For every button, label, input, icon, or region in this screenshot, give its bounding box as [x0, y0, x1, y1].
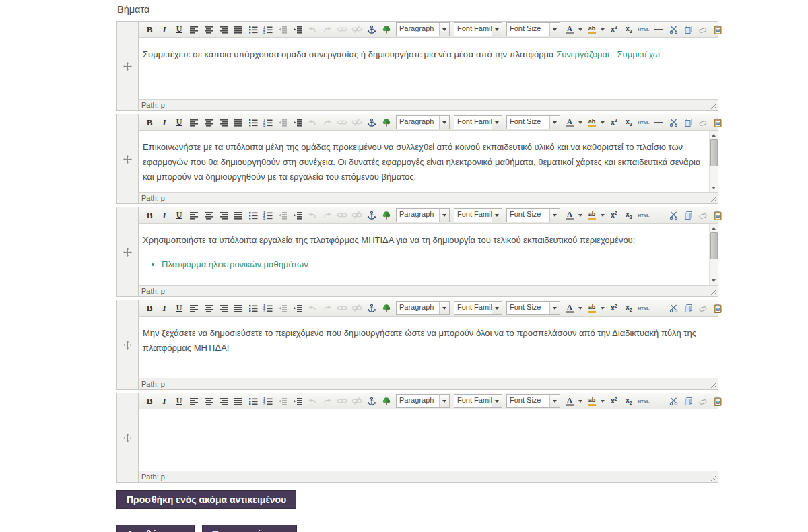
- scroll-up-icon[interactable]: [710, 224, 718, 232]
- paragraph-select[interactable]: Paragraph: [396, 208, 450, 222]
- chevron-down-icon[interactable]: [599, 23, 605, 36]
- chevron-down-icon[interactable]: [577, 23, 583, 36]
- html-icon[interactable]: HTML: [637, 209, 650, 222]
- indent-icon[interactable]: [291, 209, 304, 222]
- paste-word-icon[interactable]: W: [711, 209, 725, 222]
- align-left-icon[interactable]: [187, 302, 201, 315]
- subscript-icon[interactable]: x2: [622, 23, 636, 36]
- chevron-down-icon[interactable]: [492, 116, 502, 129]
- horizontal-rule-icon[interactable]: [652, 23, 665, 36]
- chevron-down-icon[interactable]: [599, 116, 605, 129]
- bold-icon[interactable]: B: [143, 209, 156, 222]
- chevron-down-icon[interactable]: [492, 209, 502, 222]
- align-left-icon[interactable]: [187, 209, 201, 222]
- subscript-icon[interactable]: x2: [622, 395, 636, 408]
- horizontal-rule-icon[interactable]: [652, 395, 665, 408]
- drag-handle[interactable]: [117, 207, 139, 296]
- image-icon[interactable]: [380, 209, 393, 222]
- html-icon[interactable]: HTML: [637, 116, 650, 129]
- html-icon[interactable]: HTML: [637, 23, 650, 36]
- paste-word-icon[interactable]: W: [711, 116, 725, 129]
- paste-word-icon[interactable]: W: [711, 395, 725, 408]
- backcolor-icon[interactable]: ab: [585, 116, 599, 129]
- vertical-scrollbar[interactable]: [709, 224, 718, 285]
- resize-grip-icon[interactable]: [710, 195, 717, 203]
- chevron-down-icon[interactable]: [549, 116, 560, 129]
- align-left-icon[interactable]: [187, 116, 201, 129]
- cut-icon[interactable]: [667, 116, 680, 129]
- chevron-down-icon[interactable]: [577, 209, 583, 222]
- chevron-down-icon[interactable]: [439, 116, 449, 129]
- superscript-icon[interactable]: x2: [607, 302, 621, 315]
- anchor-icon[interactable]: [365, 395, 378, 408]
- anchor-icon[interactable]: [365, 23, 378, 36]
- horizontal-rule-icon[interactable]: [652, 116, 665, 129]
- remove-format-icon[interactable]: [696, 302, 710, 315]
- resize-grip-icon[interactable]: [710, 102, 717, 110]
- editor-content-area[interactable]: [139, 409, 718, 471]
- align-right-icon[interactable]: [217, 23, 230, 36]
- font-size-select[interactable]: Font Size: [506, 208, 560, 222]
- scroll-down-icon[interactable]: [710, 277, 718, 284]
- copy-icon[interactable]: [681, 23, 695, 36]
- chevron-down-icon[interactable]: [492, 23, 502, 36]
- remove-format-icon[interactable]: [696, 116, 710, 129]
- subscript-icon[interactable]: x2: [622, 209, 636, 222]
- subscript-icon[interactable]: x2: [622, 302, 636, 315]
- copy-icon[interactable]: [681, 209, 695, 222]
- paragraph-select[interactable]: Paragraph: [396, 394, 450, 408]
- font-size-select[interactable]: Font Size: [506, 22, 560, 36]
- remove-format-icon[interactable]: [696, 209, 710, 222]
- align-left-icon[interactable]: [187, 23, 201, 36]
- drag-handle[interactable]: [117, 114, 139, 203]
- add-item-button[interactable]: Προσθήκη ενός ακόμα αντικειμένου: [116, 490, 296, 509]
- editor-link[interactable]: Πλατφόρμα ηλεκτρονικών μαθημάτων: [162, 259, 308, 269]
- align-center-icon[interactable]: [202, 116, 215, 129]
- underline-icon[interactable]: U: [172, 209, 186, 222]
- superscript-icon[interactable]: x2: [607, 395, 621, 408]
- font-size-select[interactable]: Font Size: [506, 301, 560, 315]
- bold-icon[interactable]: B: [143, 23, 156, 36]
- font-family-select[interactable]: Font Family: [454, 115, 502, 129]
- numbered-list-icon[interactable]: 123: [261, 209, 275, 222]
- paste-word-icon[interactable]: W: [711, 302, 725, 315]
- align-justify-icon[interactable]: [232, 23, 245, 36]
- forecolor-icon[interactable]: A: [563, 395, 576, 408]
- backcolor-icon[interactable]: ab: [585, 209, 599, 222]
- forecolor-icon[interactable]: A: [563, 302, 576, 315]
- anchor-icon[interactable]: [365, 116, 378, 129]
- paragraph-select[interactable]: Paragraph: [396, 115, 450, 129]
- indent-icon[interactable]: [291, 302, 304, 315]
- font-family-select[interactable]: Font Family: [454, 208, 502, 222]
- indent-icon[interactable]: [291, 23, 304, 36]
- chevron-down-icon[interactable]: [599, 209, 605, 222]
- align-center-icon[interactable]: [202, 23, 215, 36]
- superscript-icon[interactable]: x2: [607, 209, 621, 222]
- editor-content-body[interactable]: Συμμετέχετε σε κάποια υπάρχουσα ομάδα συ…: [139, 47, 718, 62]
- chevron-down-icon[interactable]: [439, 302, 449, 314]
- numbered-list-icon[interactable]: 123: [261, 23, 275, 36]
- chevron-down-icon[interactable]: [492, 302, 502, 314]
- chevron-down-icon[interactable]: [439, 209, 449, 222]
- drag-handle[interactable]: [117, 22, 139, 110]
- horizontal-rule-icon[interactable]: [652, 209, 665, 222]
- align-left-icon[interactable]: [187, 395, 201, 408]
- chevron-down-icon[interactable]: [599, 302, 605, 315]
- cut-icon[interactable]: [667, 302, 680, 315]
- underline-icon[interactable]: U: [172, 395, 186, 408]
- preview-button[interactable]: Προεπισκόπηση: [202, 525, 297, 532]
- cut-icon[interactable]: [667, 23, 680, 36]
- copy-icon[interactable]: [681, 395, 695, 408]
- editor-content-area[interactable]: Μην ξεχάσετε να δημοσιεύσετε το περιεχόμ…: [139, 317, 718, 378]
- align-right-icon[interactable]: [217, 116, 230, 129]
- forecolor-icon[interactable]: A: [563, 209, 576, 222]
- horizontal-rule-icon[interactable]: [652, 302, 665, 315]
- underline-icon[interactable]: U: [172, 116, 186, 129]
- bullet-list-icon[interactable]: [246, 395, 260, 408]
- html-icon[interactable]: HTML: [637, 395, 650, 408]
- remove-format-icon[interactable]: [696, 23, 710, 36]
- bullet-list-icon[interactable]: [246, 116, 260, 129]
- chevron-down-icon[interactable]: [549, 395, 560, 407]
- scrollbar-thumb[interactable]: [710, 232, 718, 259]
- image-icon[interactable]: [380, 116, 393, 129]
